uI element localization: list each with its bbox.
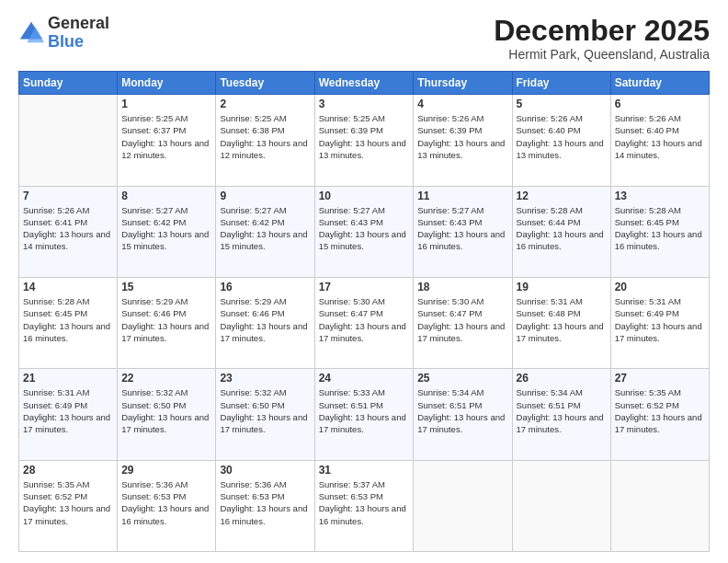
calendar-cell: 3Sunrise: 5:25 AM Sunset: 6:39 PM Daylig… <box>314 95 414 186</box>
calendar-cell: 6Sunrise: 5:26 AM Sunset: 6:40 PM Daylig… <box>610 95 709 186</box>
day-info: Sunrise: 5:34 AM Sunset: 6:51 PM Dayligh… <box>417 386 507 435</box>
day-number: 15 <box>121 281 211 293</box>
day-info: Sunrise: 5:26 AM Sunset: 6:39 PM Dayligh… <box>417 112 507 161</box>
day-number: 23 <box>220 372 310 385</box>
weekday-header-wednesday: Wednesday <box>314 72 414 95</box>
calendar-cell: 10Sunrise: 5:27 AM Sunset: 6:43 PM Dayli… <box>314 186 414 277</box>
title-block: December 2025 Hermit Park, Queensland, A… <box>494 15 710 62</box>
day-number: 11 <box>417 190 507 202</box>
day-info: Sunrise: 5:28 AM Sunset: 6:45 PM Dayligh… <box>23 295 113 344</box>
day-info: Sunrise: 5:27 AM Sunset: 6:42 PM Dayligh… <box>220 204 310 253</box>
calendar-cell: 9Sunrise: 5:27 AM Sunset: 6:42 PM Daylig… <box>216 186 314 277</box>
weekday-header-sunday: Sunday <box>19 72 118 95</box>
day-info: Sunrise: 5:30 AM Sunset: 6:47 PM Dayligh… <box>319 295 410 344</box>
calendar-cell: 29Sunrise: 5:36 AM Sunset: 6:53 PM Dayli… <box>118 460 216 551</box>
calendar-body: 1Sunrise: 5:25 AM Sunset: 6:37 PM Daylig… <box>19 95 710 552</box>
calendar-cell: 5Sunrise: 5:26 AM Sunset: 6:40 PM Daylig… <box>512 95 610 186</box>
day-info: Sunrise: 5:25 AM Sunset: 6:38 PM Dayligh… <box>220 112 310 161</box>
week-row-2: 7Sunrise: 5:26 AM Sunset: 6:41 PM Daylig… <box>19 186 710 277</box>
calendar-cell: 16Sunrise: 5:29 AM Sunset: 6:46 PM Dayli… <box>216 277 314 368</box>
logo-icon <box>18 20 44 46</box>
header: General Blue December 2025 Hermit Park, … <box>18 15 710 62</box>
day-info: Sunrise: 5:28 AM Sunset: 6:44 PM Dayligh… <box>517 204 607 253</box>
day-number: 10 <box>319 190 410 202</box>
calendar-cell: 22Sunrise: 5:32 AM Sunset: 6:50 PM Dayli… <box>118 369 216 460</box>
day-number: 16 <box>220 281 310 293</box>
day-info: Sunrise: 5:29 AM Sunset: 6:46 PM Dayligh… <box>220 295 310 344</box>
calendar-cell: 27Sunrise: 5:35 AM Sunset: 6:52 PM Dayli… <box>610 369 709 460</box>
day-number: 17 <box>319 281 410 293</box>
calendar-cell: 2Sunrise: 5:25 AM Sunset: 6:38 PM Daylig… <box>216 95 314 186</box>
weekday-row: SundayMondayTuesdayWednesdayThursdayFrid… <box>19 72 710 95</box>
day-info: Sunrise: 5:31 AM Sunset: 6:48 PM Dayligh… <box>517 295 607 344</box>
day-info: Sunrise: 5:31 AM Sunset: 6:49 PM Dayligh… <box>615 295 705 344</box>
day-number: 4 <box>417 98 507 110</box>
weekday-header-friday: Friday <box>512 72 610 95</box>
day-info: Sunrise: 5:35 AM Sunset: 6:52 PM Dayligh… <box>23 478 113 527</box>
calendar: SundayMondayTuesdayWednesdayThursdayFrid… <box>18 71 710 552</box>
calendar-cell: 30Sunrise: 5:36 AM Sunset: 6:53 PM Dayli… <box>216 460 314 551</box>
week-row-3: 14Sunrise: 5:28 AM Sunset: 6:45 PM Dayli… <box>19 277 710 368</box>
day-number: 9 <box>220 190 310 202</box>
logo: General Blue <box>18 15 109 52</box>
calendar-cell: 21Sunrise: 5:31 AM Sunset: 6:49 PM Dayli… <box>19 369 118 460</box>
day-number: 8 <box>121 190 211 202</box>
weekday-header-saturday: Saturday <box>610 72 709 95</box>
day-number: 26 <box>517 372 607 385</box>
day-number: 19 <box>517 281 607 293</box>
day-number: 7 <box>23 190 113 202</box>
calendar-cell: 23Sunrise: 5:32 AM Sunset: 6:50 PM Dayli… <box>216 369 314 460</box>
day-number: 1 <box>121 98 211 110</box>
week-row-5: 28Sunrise: 5:35 AM Sunset: 6:52 PM Dayli… <box>19 460 710 551</box>
day-number: 30 <box>220 464 310 477</box>
day-info: Sunrise: 5:30 AM Sunset: 6:47 PM Dayligh… <box>417 295 507 344</box>
day-info: Sunrise: 5:26 AM Sunset: 6:40 PM Dayligh… <box>517 112 607 161</box>
location: Hermit Park, Queensland, Australia <box>494 47 710 62</box>
day-info: Sunrise: 5:27 AM Sunset: 6:43 PM Dayligh… <box>417 204 507 253</box>
calendar-cell: 31Sunrise: 5:37 AM Sunset: 6:53 PM Dayli… <box>314 460 414 551</box>
day-number: 27 <box>615 372 705 385</box>
day-info: Sunrise: 5:27 AM Sunset: 6:42 PM Dayligh… <box>121 204 211 253</box>
day-info: Sunrise: 5:36 AM Sunset: 6:53 PM Dayligh… <box>121 478 211 527</box>
day-number: 14 <box>23 281 113 293</box>
day-info: Sunrise: 5:32 AM Sunset: 6:50 PM Dayligh… <box>121 386 211 435</box>
day-number: 18 <box>417 281 507 293</box>
day-info: Sunrise: 5:32 AM Sunset: 6:50 PM Dayligh… <box>220 386 310 435</box>
day-info: Sunrise: 5:28 AM Sunset: 6:45 PM Dayligh… <box>615 204 705 253</box>
logo-blue: Blue <box>48 32 84 51</box>
calendar-cell: 20Sunrise: 5:31 AM Sunset: 6:49 PM Dayli… <box>610 277 709 368</box>
day-number: 31 <box>319 464 410 477</box>
calendar-cell: 15Sunrise: 5:29 AM Sunset: 6:46 PM Dayli… <box>118 277 216 368</box>
calendar-cell: 25Sunrise: 5:34 AM Sunset: 6:51 PM Dayli… <box>414 369 512 460</box>
day-number: 12 <box>517 190 607 202</box>
day-info: Sunrise: 5:26 AM Sunset: 6:41 PM Dayligh… <box>23 204 113 253</box>
day-number: 6 <box>615 98 705 110</box>
day-info: Sunrise: 5:35 AM Sunset: 6:52 PM Dayligh… <box>615 386 705 435</box>
day-number: 28 <box>23 464 113 477</box>
day-number: 22 <box>121 372 211 385</box>
day-number: 3 <box>319 98 410 110</box>
logo-general: General <box>48 14 109 32</box>
calendar-cell: 28Sunrise: 5:35 AM Sunset: 6:52 PM Dayli… <box>19 460 118 551</box>
calendar-cell: 17Sunrise: 5:30 AM Sunset: 6:47 PM Dayli… <box>314 277 414 368</box>
weekday-header-monday: Monday <box>118 72 216 95</box>
calendar-cell <box>512 460 610 551</box>
day-info: Sunrise: 5:26 AM Sunset: 6:40 PM Dayligh… <box>615 112 705 161</box>
day-info: Sunrise: 5:25 AM Sunset: 6:37 PM Dayligh… <box>121 112 211 161</box>
day-info: Sunrise: 5:34 AM Sunset: 6:51 PM Dayligh… <box>517 386 607 435</box>
day-info: Sunrise: 5:31 AM Sunset: 6:49 PM Dayligh… <box>23 386 113 435</box>
weekday-header-thursday: Thursday <box>414 72 512 95</box>
calendar-cell: 7Sunrise: 5:26 AM Sunset: 6:41 PM Daylig… <box>19 186 118 277</box>
calendar-cell: 12Sunrise: 5:28 AM Sunset: 6:44 PM Dayli… <box>512 186 610 277</box>
day-info: Sunrise: 5:33 AM Sunset: 6:51 PM Dayligh… <box>319 386 410 435</box>
calendar-header: SundayMondayTuesdayWednesdayThursdayFrid… <box>19 72 710 95</box>
calendar-cell <box>610 460 709 551</box>
day-number: 20 <box>615 281 705 293</box>
day-number: 21 <box>23 372 113 385</box>
calendar-cell: 11Sunrise: 5:27 AM Sunset: 6:43 PM Dayli… <box>414 186 512 277</box>
calendar-cell <box>19 95 118 186</box>
day-number: 25 <box>417 372 507 385</box>
day-info: Sunrise: 5:36 AM Sunset: 6:53 PM Dayligh… <box>220 478 310 527</box>
week-row-1: 1Sunrise: 5:25 AM Sunset: 6:37 PM Daylig… <box>19 95 710 186</box>
day-info: Sunrise: 5:29 AM Sunset: 6:46 PM Dayligh… <box>121 295 211 344</box>
